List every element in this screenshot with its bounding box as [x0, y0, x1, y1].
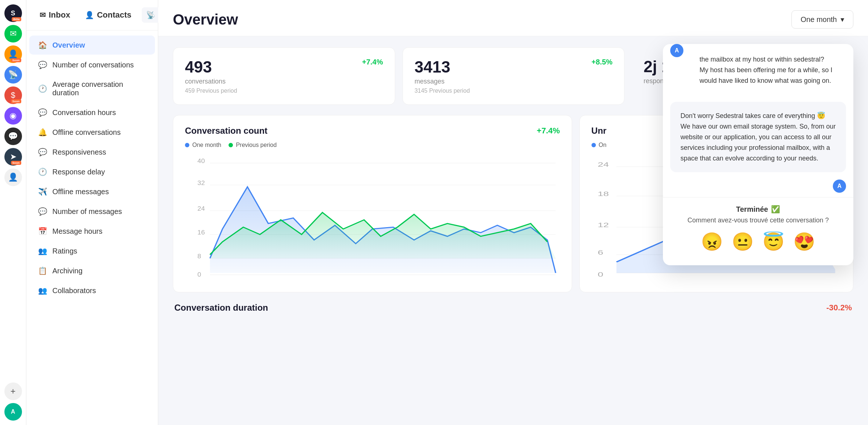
- overview-menu-icon: 🏠: [38, 41, 47, 49]
- purple-icon-btn[interactable]: ◉: [4, 107, 22, 125]
- msg-hours-menu-label: Message hours: [52, 227, 103, 236]
- stat-messages-value: 3413: [415, 58, 613, 76]
- analytics-icon: ◉: [10, 111, 16, 121]
- bot-avatar: A: [833, 180, 846, 193]
- legend-dot-blue: [185, 143, 189, 147]
- archiving-menu-label: Archiving: [52, 267, 82, 275]
- sidebar-item-offline-conversations[interactable]: 🔔 Offline conversations: [29, 123, 155, 142]
- inbox-icon-btn[interactable]: ✉: [4, 25, 22, 42]
- msg-hours-menu-icon: 📅: [38, 227, 47, 236]
- check-green-icon: ✅: [771, 205, 780, 214]
- contacts-icon: 👤: [8, 49, 18, 59]
- emoji-angry[interactable]: 😠: [701, 232, 723, 252]
- sidebar-item-responsiveness[interactable]: 💬 Responsiveness: [29, 143, 155, 162]
- terminee-question: Comment avez-vous trouvé cette conversat…: [670, 217, 846, 224]
- svg-text:24: 24: [598, 162, 609, 168]
- terminee-text: Terminée: [736, 205, 768, 214]
- inbox-icon: ✉: [10, 29, 16, 38]
- overview-menu-label: Overview: [52, 41, 85, 49]
- responsiveness-menu-label: Responsiveness: [52, 148, 106, 156]
- legend-label-on: On: [599, 142, 607, 148]
- publisher-icon-btn[interactable]: 📡: [4, 66, 22, 84]
- conv-duration-header: Conversation duration -30.2%: [173, 303, 853, 313]
- offline-conv-menu-icon: 🔔: [38, 128, 47, 137]
- conv-hours-menu-icon: 💬: [38, 108, 47, 117]
- conv-duration-title: Conversation duration: [174, 303, 268, 313]
- sidebar-item-conversation-hours[interactable]: 💬 Conversation hours: [29, 103, 155, 122]
- emoji-love[interactable]: 😍: [793, 232, 815, 252]
- nav-tab-contacts[interactable]: 👤 Contacts: [81, 7, 136, 23]
- navy-soon-badge: Soon: [11, 161, 21, 165]
- user-avatar-overlay: A: [670, 44, 683, 57]
- emoji-row: 😠 😐 😇 😍: [670, 232, 846, 252]
- period-selector[interactable]: One month ▾: [791, 10, 853, 29]
- offline-msg-menu-label: Offline messages: [52, 188, 109, 196]
- icon-bar: S Bêta ✉ 👤 Soon 📡 $ Soon ◉ 💬 ➤ Soon 👤: [0, 0, 26, 425]
- navy-icon-btn[interactable]: ➤ Soon: [4, 148, 22, 166]
- main-header: Overview One month ▾: [158, 0, 868, 36]
- sidebar-item-message-hours[interactable]: 📅 Message hours: [29, 222, 155, 241]
- chevron-down-icon: ▾: [841, 15, 844, 24]
- ratings-menu-icon: 👥: [38, 247, 47, 255]
- chart-conv-title: Conversation count: [185, 126, 267, 136]
- sidebar-item-archiving[interactable]: 📋 Archiving: [29, 261, 155, 280]
- add-button[interactable]: +: [4, 382, 22, 400]
- svg-text:6: 6: [598, 250, 603, 256]
- sidebar-item-number-of-messages[interactable]: 💬 Number of messages: [29, 202, 155, 221]
- emoji-neutral[interactable]: 😐: [732, 232, 754, 252]
- ratings-menu-label: Ratings: [52, 247, 77, 255]
- svg-text:0: 0: [197, 271, 201, 278]
- app-logo-icon: S: [11, 10, 15, 17]
- publisher-tab-icon: 📡: [146, 11, 155, 19]
- legend-dot-blue2: [591, 143, 596, 147]
- sidebar-header: ✉ Inbox 👤 Contacts 📡 Publisher: [26, 0, 158, 30]
- sidebar-item-collaborators[interactable]: 👥 Collaborators: [29, 281, 155, 300]
- user-message-bubble: the mailbox at my host or within sedestr…: [688, 44, 846, 96]
- archiving-menu-icon: 📋: [38, 266, 47, 275]
- sidebar-menu: 🏠 Overview 💬 Number of conversations 🕐 A…: [26, 30, 158, 425]
- red-icon-btn[interactable]: $ Soon: [4, 86, 22, 104]
- contacts-tab-icon: 👤: [85, 11, 94, 19]
- user-plain-btn[interactable]: 👤: [4, 169, 22, 186]
- beta-badge: Bêta: [12, 17, 21, 21]
- response-delay-menu-icon: 🕐: [38, 167, 47, 176]
- sidebar-item-response-delay[interactable]: 🕐 Response delay: [29, 162, 155, 181]
- sidebar-item-number-of-conversations[interactable]: 💬 Number of conversations: [29, 55, 155, 74]
- page-title: Overview: [173, 11, 238, 28]
- legend-label-one-month: One month: [192, 142, 221, 148]
- user-avatar-initial: A: [11, 409, 15, 415]
- legend-label-previous: Previous period: [236, 142, 277, 148]
- legend-item-on: On: [591, 142, 607, 148]
- contacts-icon-btn[interactable]: 👤 Soon: [4, 45, 22, 63]
- legend-item-previous: Previous period: [229, 142, 277, 148]
- user-avatar-btn[interactable]: A: [4, 403, 22, 421]
- nav-tab-inbox[interactable]: ✉ Inbox: [35, 7, 75, 23]
- emoji-angel[interactable]: 😇: [763, 232, 784, 252]
- chart-conv-legend: One month Previous period: [185, 142, 560, 148]
- period-label: One month: [801, 15, 837, 24]
- stat-conversations-change: +7.4%: [362, 58, 383, 66]
- svg-text:40: 40: [197, 158, 205, 165]
- legend-dot-green: [229, 143, 233, 147]
- stat-conversations-value: 493: [185, 58, 383, 76]
- svg-text:12: 12: [598, 222, 609, 229]
- sidebar-item-ratings[interactable]: 👥 Ratings: [29, 241, 155, 260]
- conversation-count-chart: 40 32 24 16 8 0: [185, 156, 560, 280]
- dollar-icon: $: [11, 90, 15, 100]
- dark-icon-btn[interactable]: 💬: [4, 128, 22, 145]
- responsiveness-menu-icon: 💬: [38, 148, 47, 156]
- app-logo-btn[interactable]: S Bêta: [4, 4, 22, 22]
- sidebar-item-offline-messages[interactable]: ✈️ Offline messages: [29, 182, 155, 201]
- sidebar-item-overview[interactable]: 🏠 Overview: [29, 36, 155, 55]
- offline-msg-menu-icon: ✈️: [38, 187, 47, 196]
- sidebar-item-average-conversation[interactable]: 🕐 Average conversation duration: [29, 75, 155, 102]
- contacts-tab-label: Contacts: [97, 10, 131, 20]
- user-message-text: the mailbox at my host or within sedestr…: [700, 56, 832, 84]
- chart-unr-title: Unr: [591, 126, 607, 136]
- svg-text:0: 0: [598, 271, 603, 278]
- svg-text:24: 24: [197, 205, 205, 212]
- red-soon-badge: Soon: [11, 99, 21, 103]
- plus-icon: +: [10, 386, 15, 396]
- stat-conversations-label: conversations: [185, 78, 383, 85]
- user-message-row: A the mailbox at my host or within sedes…: [663, 44, 853, 102]
